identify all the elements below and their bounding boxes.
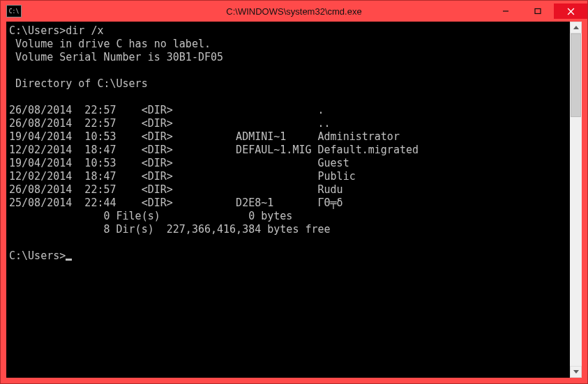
chevron-up-icon <box>573 26 579 29</box>
app-icon: C:\ <box>6 5 22 17</box>
typed-command: dir /x <box>66 24 103 37</box>
scroll-thumb[interactable] <box>571 33 581 117</box>
svg-marker-4 <box>573 26 579 29</box>
window-controls <box>490 3 587 19</box>
blank-line <box>9 91 570 104</box>
directory-listing: 26/08/2014 22:57 <DIR> . 26/08/2014 22:5… <box>9 104 419 209</box>
vertical-scrollbar[interactable] <box>570 22 582 378</box>
minimize-button[interactable] <box>490 3 522 19</box>
svg-rect-1 <box>535 9 541 14</box>
summary-dirs: 8 Dir(s) 227,366,416,384 bytes free <box>9 223 570 236</box>
prompt: C:\Users> <box>9 249 66 262</box>
prompt: C:\Users> <box>9 24 66 37</box>
scroll-track[interactable] <box>570 33 582 366</box>
summary-files: 0 File(s) 0 bytes <box>9 210 570 223</box>
terminal-output[interactable]: C:\Users>dir /x Volume in drive C has no… <box>6 22 570 378</box>
titlebar[interactable]: C:\ C:\WINDOWS\system32\cmd.exe <box>1 1 587 22</box>
blank-line <box>9 64 570 77</box>
close-button[interactable] <box>554 3 587 19</box>
prompt-line: C:\Users>dir /x <box>9 24 570 38</box>
serial-line: Volume Serial Number is 30B1-DF05 <box>9 51 570 64</box>
maximize-button[interactable] <box>522 3 554 19</box>
cursor <box>66 259 72 261</box>
scroll-down-button[interactable] <box>570 366 582 378</box>
close-icon <box>567 8 575 15</box>
client-area: C:\Users>dir /x Volume in drive C has no… <box>6 22 582 378</box>
blank-line <box>9 236 570 249</box>
volume-line: Volume in drive C has no label. <box>9 38 570 51</box>
scroll-up-button[interactable] <box>570 22 582 33</box>
chevron-down-icon <box>573 370 579 374</box>
directory-of-line: Directory of C:\Users <box>9 77 570 91</box>
cmd-window: C:\ C:\WINDOWS\system32\cmd.exe C:\Users… <box>0 0 588 384</box>
minimize-icon <box>502 8 509 15</box>
prompt-line-2: C:\Users> <box>9 249 570 263</box>
svg-marker-5 <box>573 370 579 374</box>
maximize-icon <box>534 8 541 15</box>
